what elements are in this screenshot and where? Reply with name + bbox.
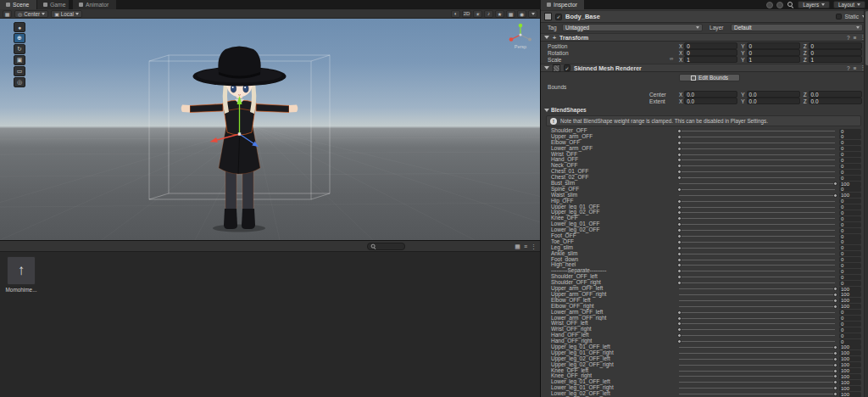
blendshape-value-field[interactable]: 0 xyxy=(839,327,861,333)
tab-scene[interactable]: Scene xyxy=(0,0,37,9)
project-search-input[interactable] xyxy=(367,243,405,250)
blendshape-slider-thumb[interactable] xyxy=(677,170,682,174)
blendshape-slider-thumb[interactable] xyxy=(833,293,837,297)
blendshape-slider-thumb[interactable] xyxy=(833,386,837,390)
blendshape-slider-thumb[interactable] xyxy=(677,316,682,321)
foldout-icon[interactable] xyxy=(544,109,549,112)
x-axis-handle[interactable] xyxy=(509,37,514,42)
blendshape-value-field[interactable]: 0 xyxy=(839,228,861,233)
blendshape-slider[interactable] xyxy=(679,152,835,158)
blendshape-slider[interactable] xyxy=(679,193,835,198)
foldout-icon[interactable] xyxy=(544,66,549,70)
blendshape-slider[interactable] xyxy=(679,274,835,280)
blendshape-value-field[interactable]: 0 xyxy=(839,333,861,338)
blendshape-value-field[interactable]: 100 xyxy=(839,350,861,355)
camera-projection-label[interactable]: Persp xyxy=(515,44,526,49)
blendshape-value-field[interactable]: 100 xyxy=(839,304,861,309)
blendshape-slider[interactable] xyxy=(679,310,835,316)
blendshape-slider[interactable] xyxy=(679,134,835,140)
blendshape-value-field[interactable]: 0 xyxy=(839,310,861,315)
blendshape-slider[interactable] xyxy=(679,350,835,356)
blendshape-value-field[interactable]: 100 xyxy=(839,287,861,292)
blendshape-slider[interactable] xyxy=(679,221,835,227)
blendshape-slider[interactable] xyxy=(679,128,835,134)
inspector-scrollbar[interactable] xyxy=(864,9,868,397)
blendshape-slider[interactable] xyxy=(679,251,835,257)
blendshape-value-field[interactable]: 0 xyxy=(839,316,861,321)
extent-y-field[interactable]: 0.0 xyxy=(747,98,800,104)
tab-inspector[interactable]: Inspector xyxy=(541,0,585,9)
menu-icon[interactable]: ⋮ xyxy=(531,243,537,250)
blendshape-slider[interactable] xyxy=(679,368,835,374)
blendshape-slider[interactable] xyxy=(679,344,835,350)
rotation-x-field[interactable]: 0 xyxy=(684,49,737,56)
blendshape-slider[interactable] xyxy=(679,338,835,344)
blendshape-slider-thumb[interactable] xyxy=(677,153,682,157)
lighting-toggle-icon[interactable]: ☀ xyxy=(473,10,482,18)
tag-dropdown[interactable]: Untagged xyxy=(562,24,703,31)
blendshape-slider[interactable] xyxy=(679,262,835,268)
blendshape-slider[interactable] xyxy=(679,391,835,397)
blendshape-slider-thumb[interactable] xyxy=(677,158,682,162)
blendshape-value-field[interactable]: 0 xyxy=(839,281,861,286)
presets-icon[interactable]: ≡ xyxy=(854,35,857,41)
orientation-gizmo[interactable]: Persp xyxy=(502,21,541,52)
blendshape-value-field[interactable]: 0 xyxy=(839,152,861,157)
blendshape-value-field[interactable]: 0 xyxy=(839,239,861,244)
constrain-proportions-icon[interactable]: ∞ xyxy=(670,56,673,61)
overlay-menu-icon[interactable]: ▦ xyxy=(3,10,12,18)
blendshape-slider-thumb[interactable] xyxy=(833,351,837,355)
blendshape-value-field[interactable]: 100 xyxy=(839,356,861,361)
blendshape-value-field[interactable]: 0 xyxy=(839,170,861,175)
asset-label[interactable]: Momohime... xyxy=(0,287,42,293)
blendshape-slider-thumb[interactable] xyxy=(677,327,682,332)
blendshape-slider[interactable] xyxy=(679,280,835,286)
z-axis-handle[interactable] xyxy=(528,38,531,42)
blendshape-slider-thumb[interactable] xyxy=(677,275,682,279)
blendshape-slider[interactable] xyxy=(679,227,835,233)
rect-tool-icon[interactable]: ▭ xyxy=(14,66,25,76)
blendshape-value-field[interactable]: 0 xyxy=(839,204,861,210)
character-model[interactable] xyxy=(181,47,298,232)
blendshape-slider-thumb[interactable] xyxy=(677,141,682,145)
blendshape-value-field[interactable]: 0 xyxy=(839,216,861,221)
blendshape-slider-thumb[interactable] xyxy=(677,310,682,315)
gameobject-active-checkbox[interactable]: ✓ xyxy=(555,14,562,20)
blendshape-slider-thumb[interactable] xyxy=(677,263,682,267)
blendshape-slider[interactable] xyxy=(679,169,835,175)
blendshape-slider-thumb[interactable] xyxy=(677,339,682,344)
blendshape-value-field[interactable]: 0 xyxy=(839,322,861,327)
blendshape-slider[interactable] xyxy=(679,204,835,210)
transform-header[interactable]: + Transform ? ≡ ⋮ xyxy=(541,33,868,42)
draw-mode-icon[interactable]: ◐ xyxy=(451,10,460,18)
blendshape-slider-thumb[interactable] xyxy=(677,187,682,192)
blendshape-value-field[interactable]: 0 xyxy=(839,176,861,181)
blendshape-value-field[interactable]: 100 xyxy=(839,368,861,373)
blendshape-slider[interactable] xyxy=(679,198,835,204)
blendshape-slider-thumb[interactable] xyxy=(677,210,682,215)
blendshape-slider-thumb[interactable] xyxy=(677,147,682,151)
blendshape-value-field[interactable]: 0 xyxy=(839,210,861,215)
blendshape-value-field[interactable]: 0 xyxy=(839,222,861,227)
blendshape-slider[interactable] xyxy=(679,362,835,368)
scale-x-field[interactable]: 1 xyxy=(684,56,737,63)
gizmos-dropdown-icon[interactable] xyxy=(528,10,537,18)
blendshape-value-field[interactable]: 0 xyxy=(839,140,861,145)
blendshape-slider-thumb[interactable] xyxy=(833,287,837,291)
blendshape-value-field[interactable]: 0 xyxy=(839,257,861,262)
blendshape-slider[interactable] xyxy=(679,245,835,251)
tab-game[interactable]: Game xyxy=(37,0,70,9)
blendshape-slider-thumb[interactable] xyxy=(677,199,682,204)
blendshape-slider-thumb[interactable] xyxy=(833,299,837,303)
blendshape-value-field[interactable]: 100 xyxy=(839,362,861,367)
transform-tool-icon[interactable]: ◎ xyxy=(14,77,25,87)
blendshape-slider[interactable] xyxy=(679,356,835,362)
cloud-icon[interactable] xyxy=(776,2,783,8)
blendshape-slider-thumb[interactable] xyxy=(833,374,837,378)
foldout-icon[interactable] xyxy=(544,36,549,39)
layer-dropdown[interactable]: Default xyxy=(731,24,863,31)
orientation-mode-dropdown[interactable]: ▣ Local xyxy=(51,10,82,18)
blendshape-slider-thumb[interactable] xyxy=(677,216,682,221)
static-checkbox[interactable] xyxy=(836,14,842,20)
blendshape-value-field[interactable]: 100 xyxy=(839,344,861,349)
